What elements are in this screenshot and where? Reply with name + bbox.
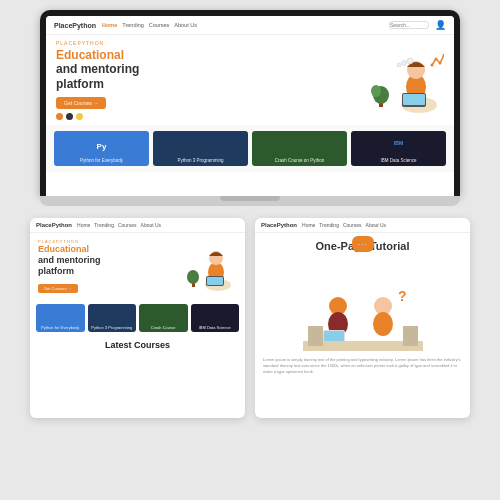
panel-right-body-text: Lorem ipsum is simply dummy text of the … xyxy=(255,357,470,375)
panel-right-nav-about: About Us xyxy=(366,222,387,228)
hero-title-line2: and mentoring xyxy=(56,62,356,76)
panel-left-nav: PlacePython Home Trending Courses About … xyxy=(30,218,245,233)
svg-point-31 xyxy=(373,312,393,336)
laptop-screen: PlacePython Home Trending Courses About … xyxy=(40,10,460,196)
nav-link-courses: Courses xyxy=(149,22,169,28)
nav-link-home: Home xyxy=(102,22,117,28)
nav-links: Home Trending Courses About Us xyxy=(102,22,383,28)
panel-left-courses: Python for Everybody Python 3 Programmin… xyxy=(30,300,245,336)
bottom-panels: PlacePython Home Trending Courses About … xyxy=(30,218,470,418)
courses-section: Py Python for Everybody Python 3 Program… xyxy=(46,125,454,172)
svg-point-13 xyxy=(402,61,407,66)
panel-left-hero-text: PLACEPYTHON Educational and mentoringpla… xyxy=(38,239,176,294)
panel-right-illustration: ? xyxy=(265,261,460,351)
panel-left: PlacePython Home Trending Courses About … xyxy=(30,218,245,418)
svg-point-12 xyxy=(397,63,401,67)
course-card-4: IBM IBM Data Science xyxy=(351,131,446,166)
panel-course-label-2: Python 3 Programming xyxy=(90,326,135,331)
panel-left-logo: PlacePython xyxy=(36,222,72,228)
svg-point-10 xyxy=(439,62,442,65)
panel-right-nav-links: Home Trending Courses About Us xyxy=(302,222,386,228)
panel-left-nav-home: Home xyxy=(77,222,90,228)
hero-title-line3: platform xyxy=(56,77,356,91)
panel-course-label-1: Python for Everybody xyxy=(38,326,83,331)
panel-right-nav-home: Home xyxy=(302,222,315,228)
user-icon: 👤 xyxy=(435,20,446,30)
svg-point-25 xyxy=(187,270,199,284)
panel-right: PlacePython Home Trending Courses About … xyxy=(255,218,470,418)
panel-left-hero: PLACEPYTHON Educational and mentoringpla… xyxy=(30,233,245,300)
panel-left-subtitle: and mentoringplatform xyxy=(38,255,176,277)
panel-left-latest-heading: Latest Courses xyxy=(30,336,245,352)
hero-title-line1: Educational xyxy=(56,48,356,62)
course-label-2: Python 3 Programming xyxy=(156,158,245,163)
brand-tag: PLACEPYTHON xyxy=(56,40,356,46)
svg-text:Py: Py xyxy=(97,142,107,151)
panel-course-label-3: Crash Course xyxy=(141,326,186,331)
course-card-1: Py Python for Everybody xyxy=(54,131,149,166)
color-swatch-gold xyxy=(76,113,83,120)
course-card-3: Crash Course on Python xyxy=(252,131,347,166)
site-hero: PLACEPYTHON Educational and mentoring pl… xyxy=(46,35,454,125)
panel-right-logo: PlacePython xyxy=(261,222,297,228)
laptop-mockup: PlacePython Home Trending Courses About … xyxy=(40,10,460,206)
svg-point-7 xyxy=(371,85,381,97)
site-navbar: PlacePython Home Trending Courses About … xyxy=(46,16,454,35)
panel-right-hero: One-Page Tutorial xyxy=(255,233,470,357)
cta-button[interactable]: Get Courses → xyxy=(56,97,106,109)
panel-left-illustration xyxy=(182,239,237,294)
course-label-4: IBM Data Science xyxy=(354,158,443,163)
svg-point-9 xyxy=(435,58,438,61)
svg-rect-34 xyxy=(308,326,323,346)
site-logo: PlacePython xyxy=(54,22,96,29)
panel-right-nav: PlacePython Home Trending Courses About … xyxy=(255,218,470,233)
panel-person-svg xyxy=(182,239,237,294)
svg-rect-23 xyxy=(207,277,223,285)
panel-course-4: IBM Data Science xyxy=(191,304,240,332)
color-swatch-orange xyxy=(56,113,63,120)
panel-left-nav-links: Home Trending Courses About Us xyxy=(77,222,161,228)
color-swatch-dark xyxy=(66,113,73,120)
svg-rect-4 xyxy=(403,94,425,105)
panel-left-cta[interactable]: Get Courses → xyxy=(38,284,78,293)
panel-course-3: Crash Course xyxy=(139,304,188,332)
panel-left-title: Educational xyxy=(38,244,176,255)
chat-bubble-icon xyxy=(352,236,374,252)
hero-text: PLACEPYTHON Educational and mentoring pl… xyxy=(56,40,356,120)
person-studying-svg xyxy=(364,45,444,115)
color-swatches xyxy=(56,113,356,120)
panel-course-1: Python for Everybody xyxy=(36,304,85,332)
svg-point-8 xyxy=(431,64,434,67)
course-label-1: Python for Everybody xyxy=(57,158,146,163)
svg-rect-29 xyxy=(324,331,344,341)
tutorial-illustration-svg: ? xyxy=(303,286,423,351)
panel-left-nav-trending: Trending xyxy=(94,222,114,228)
svg-text:?: ? xyxy=(398,288,407,304)
panel-right-nav-courses: Courses xyxy=(343,222,362,228)
laptop-base xyxy=(40,196,460,206)
laptop-display: PlacePython Home Trending Courses About … xyxy=(46,16,454,196)
svg-point-14 xyxy=(407,58,413,64)
panel-course-label-4: IBM Data Science xyxy=(193,326,238,331)
panel-left-nav-about: About Us xyxy=(141,222,162,228)
course-label-3: Crash Course on Python xyxy=(255,158,344,163)
panel-left-nav-courses: Courses xyxy=(118,222,137,228)
nav-link-trending: Trending xyxy=(122,22,144,28)
search-input[interactable] xyxy=(389,21,429,29)
hero-illustration xyxy=(364,45,444,115)
course-card-2: Python 3 Programming xyxy=(153,131,248,166)
panel-right-nav-trending: Trending xyxy=(319,222,339,228)
svg-rect-35 xyxy=(403,326,418,346)
svg-text:IBM: IBM xyxy=(394,140,403,146)
nav-link-about: About Us xyxy=(174,22,197,28)
panel-course-2: Python 3 Programming xyxy=(88,304,137,332)
